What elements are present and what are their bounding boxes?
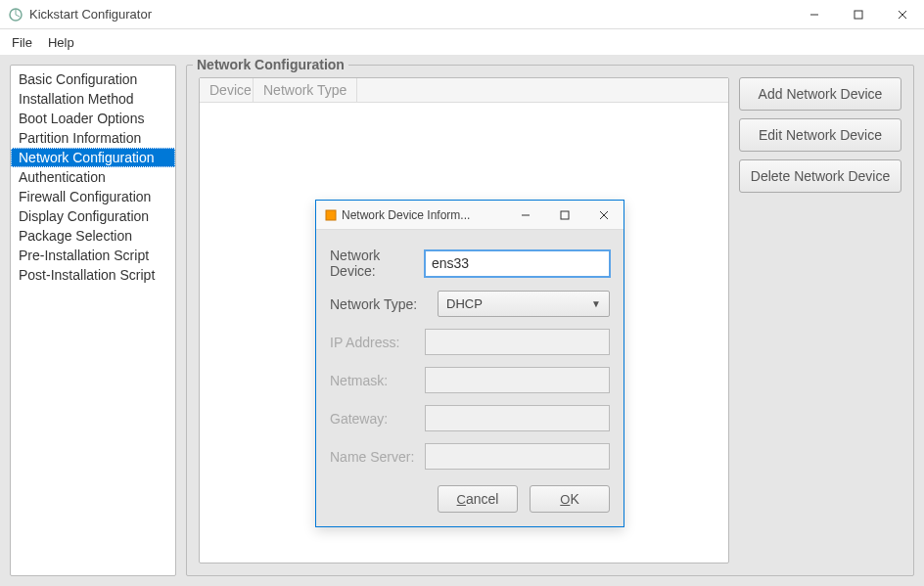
dialog-maximize-button[interactable]	[545, 201, 584, 230]
sidebar-item-pre-installation-script[interactable]: Pre-Installation Script	[11, 246, 175, 265]
window-titlebar: Kickstart Configurator	[0, 0, 924, 29]
dialog-titlebar[interactable]: Network Device Inform...	[316, 201, 624, 230]
minimize-button[interactable]	[792, 0, 836, 29]
dialog-title: Network Device Inform...	[342, 208, 506, 222]
name-server-input	[425, 443, 610, 470]
network-type-select[interactable]: DHCP ▼	[438, 291, 610, 317]
close-button[interactable]	[880, 0, 924, 29]
fieldset-legend: Network Configuration	[193, 57, 348, 72]
sidebar-item-network-configuration[interactable]: Network Configuration	[11, 148, 175, 167]
svg-rect-2	[855, 11, 862, 19]
network-device-dialog: Network Device Inform... Network Device:…	[315, 200, 624, 527]
sidebar-item-firewall-configuration[interactable]: Firewall Configuration	[11, 187, 175, 206]
sidebar-item-post-installation-script[interactable]: Post-Installation Script	[11, 265, 175, 285]
label-network-device: Network Device:	[330, 248, 425, 279]
menubar: File Help	[0, 29, 924, 55]
network-type-value: DHCP	[446, 296, 483, 311]
menu-help[interactable]: Help	[48, 35, 74, 50]
column-header-device[interactable]: Device	[200, 78, 254, 102]
dialog-minimize-button[interactable]	[506, 201, 545, 230]
dialog-close-button[interactable]	[584, 201, 624, 230]
sidebar-item-installation-method[interactable]: Installation Method	[11, 89, 175, 109]
label-netmask: Netmask:	[330, 373, 425, 388]
window-title: Kickstart Configurator	[29, 7, 792, 22]
sidebar-item-partition-information[interactable]: Partition Information	[11, 128, 175, 148]
label-ip-address: IP Address:	[330, 335, 425, 350]
ok-button[interactable]: OK	[530, 485, 610, 513]
netmask-input	[425, 367, 610, 393]
sidebar-item-package-selection[interactable]: Package Selection	[11, 226, 175, 246]
sidebar-item-boot-loader-options[interactable]: Boot Loader Options	[11, 109, 175, 128]
gateway-input	[425, 405, 610, 431]
cancel-button[interactable]: Cancel	[438, 485, 518, 513]
sidebar-item-authentication[interactable]: Authentication	[11, 167, 175, 187]
chevron-down-icon: ▼	[591, 298, 601, 309]
svg-rect-5	[326, 210, 336, 220]
add-network-device-button[interactable]: Add Network Device	[739, 77, 901, 111]
ip-address-input	[425, 329, 610, 355]
action-buttons: Add Network Device Edit Network Device D…	[739, 77, 901, 563]
dialog-icon	[324, 208, 338, 222]
maximize-button[interactable]	[836, 0, 880, 29]
app-icon	[8, 7, 23, 23]
sidebar-item-basic-configuration[interactable]: Basic Configuration	[11, 69, 175, 89]
svg-rect-7	[561, 211, 569, 219]
label-gateway: Gateway:	[330, 411, 425, 427]
column-header-network-type[interactable]: Network Type	[254, 78, 357, 102]
sidebar: Basic Configuration Installation Method …	[10, 65, 176, 576]
delete-network-device-button[interactable]: Delete Network Device	[739, 159, 901, 193]
label-name-server: Name Server:	[330, 449, 425, 465]
sidebar-item-display-configuration[interactable]: Display Configuration	[11, 206, 175, 226]
label-network-type: Network Type:	[330, 296, 438, 312]
network-device-input[interactable]	[425, 250, 610, 277]
edit-network-device-button[interactable]: Edit Network Device	[739, 118, 901, 152]
menu-file[interactable]: File	[12, 35, 32, 50]
